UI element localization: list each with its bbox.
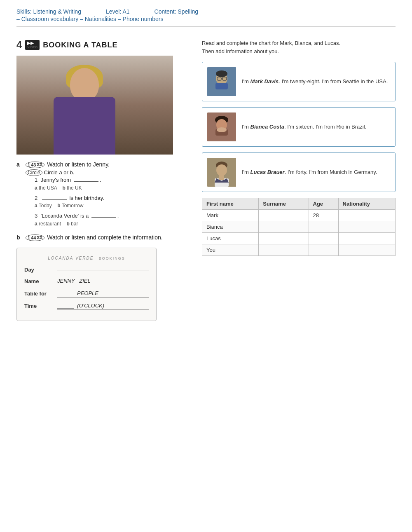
form-row-name: Name JENNY ZIEL [24,278,149,285]
bookings-label: BOOKINGS [99,256,125,260]
q3-text: 'Locanda Verde' is a [41,213,89,219]
lucas-firstname: Lucas [202,233,259,244]
you-age [309,244,338,256]
table-header-row: First name Surname Age Nationality [202,198,396,210]
circle-icon: Circle [26,169,42,176]
chart-table: First name Surname Age Nationality Mark … [202,198,396,256]
q1-blank [74,181,98,182]
form-label-table: Table for [24,291,53,297]
bianca-intro: I'm [242,124,250,130]
exercise-a-instruction: 1 43 ⧖⧖ Watch or listen to Jenny. [26,161,119,168]
form-value-day [57,269,149,270]
page-header: Skills: Listening & Writing Level: A1 Co… [16,8,396,27]
section-number: 4 [16,39,22,51]
audio-b-num: 1 [28,235,30,240]
audio-b-track: 44 [31,235,36,240]
locanda-name: Locanda Verde [48,256,94,260]
question-2: 2 is her birthday. a Today b Tomorrow [35,194,119,210]
video-box: ▶▶ VIDEO [25,40,40,50]
instruction-line1: Read and complete the chart for Mark, Bi… [202,40,340,46]
audio-number: 1 [28,162,30,167]
form-label-name: Name [24,278,53,284]
exercise-a-content: 1 43 ⧖⧖ Watch or listen to Jenny. Circle… [26,161,119,230]
form-label-day: Day [24,267,53,273]
bianca-name: Bianca Costa [250,124,284,130]
form-row-time: Time (O'CLOCK) [24,302,149,310]
q2-blank [42,199,67,200]
lucas-surname [259,233,309,244]
col-surname: Surname [259,198,309,210]
q1-text: Jenny's from [41,177,71,183]
section-title: 4 ▶▶ VIDEO BOOKING A TABLE [16,39,190,51]
svg-rect-17 [219,175,224,180]
lucas-photo-placeholder [207,158,236,187]
video-label: VIDEO [27,45,37,49]
audio-track: 43 [31,162,36,167]
form-value-time: (O'CLOCK) [57,302,149,310]
content-label: Content: Spelling [154,8,199,15]
q1-options: a the USA b the UK [35,184,119,192]
lucas-name: Lucas Brauer [250,169,285,175]
circle-instruction: Circle Circle a or b. [26,169,119,176]
exercise-b-content: 1 44 ⧖⧖ Watch or listen and complete the… [26,234,163,241]
form-label-time: Time [24,303,53,309]
you-firstname: You [202,244,259,256]
bianca-firstname: Bianca [202,221,259,233]
instruction-text-a: Watch or listen to Jenny. [47,161,110,168]
bianca-svg [207,112,236,141]
lucas-desc: . I'm forty. I'm from Munich in Germany. [285,169,377,175]
bianca-desc: . I'm sixteen. I'm from Rio in Brazil. [284,124,366,130]
question-1: 1 Jenny's from . a the USA b the UK [35,176,119,192]
exercise-a-row: a 1 43 ⧖⧖ Watch or listen to Jenny. Circ… [16,161,190,230]
woman-figure [16,56,173,155]
question-list-a: 1 Jenny's from . a the USA b the UK 2 [35,176,119,227]
mark-firstname: Mark [202,210,259,221]
instruction-line2: Then add information about you. [202,48,279,54]
bianca-surname [259,221,309,233]
lucas-intro: I'm [242,169,250,175]
person-card-lucas: I'm Lucas Brauer. I'm forty. I'm from Mu… [202,152,396,192]
audio-b-waves: ⧖⧖ [37,235,42,240]
bianca-text: I'm Bianca Costa. I'm sixteen. I'm from … [242,123,366,131]
lucas-svg [207,158,236,187]
you-surname [259,244,309,256]
q3-options: a restaurant b bar [35,220,119,227]
mark-name: Mark Davis [250,78,279,84]
right-column: Read and complete the chart for Mark, Bi… [202,39,396,321]
exercise-b-instruction: Watch or listen and complete the informa… [47,234,162,241]
exercise-a: a 1 43 ⧖⧖ Watch or listen to Jenny. Circ… [16,161,190,230]
audio-badge-43: 1 43 ⧖⧖ [26,162,44,168]
col-firstname: First name [202,198,259,210]
lucas-nationality [338,233,395,244]
svg-point-3 [216,70,227,77]
circle-text: Circle a or b. [44,169,75,176]
photo-lucas [207,158,236,187]
question-3: 3 'Locanda Verde' is a . a restaurant b … [35,212,119,227]
audio-badge-44: 1 44 ⧖⧖ [26,234,44,241]
form-row-table: Table for PEOPLE [24,290,149,298]
main-content: 4 ▶▶ VIDEO BOOKING A TABLE [16,39,396,321]
svg-point-14 [216,164,227,176]
mark-svg [207,67,236,96]
lucas-text: I'm Lucas Brauer. I'm forty. I'm from Mu… [242,168,377,177]
col-age: Age [309,198,338,210]
photo-bianca [207,112,236,141]
header-line2: – Classroom vocabulary – Nationalities –… [16,16,396,22]
main-video-image [16,56,173,155]
col-nationality: Nationality [338,198,395,210]
skills-label: Skills: Listening & Writing [16,8,81,15]
left-column: 4 ▶▶ VIDEO BOOKING A TABLE [16,39,190,321]
q2-options: a Today b Tomorrow [35,202,119,209]
level-label: Level: A1 [106,8,130,15]
mark-text: I'm Mark Davis. I'm twenty-eight. I'm fr… [242,77,388,86]
q2-num: 2 [35,195,37,201]
table-row-lucas: Lucas [202,233,396,244]
table-row-mark: Mark 28 [202,210,396,221]
woman-head [70,68,99,101]
table-header: First name Surname Age Nationality [202,198,396,210]
person-card-mark: I'm Mark Davis. I'm twenty-eight. I'm fr… [202,62,396,101]
exercise-b: b 1 44 ⧖⧖ Watch or listen and complete t… [16,234,190,241]
audio-waves: ⧖⧖ [37,162,42,167]
section-heading: BOOKING A TABLE [43,41,117,49]
header-line1: Skills: Listening & Writing Level: A1 Co… [16,8,396,15]
